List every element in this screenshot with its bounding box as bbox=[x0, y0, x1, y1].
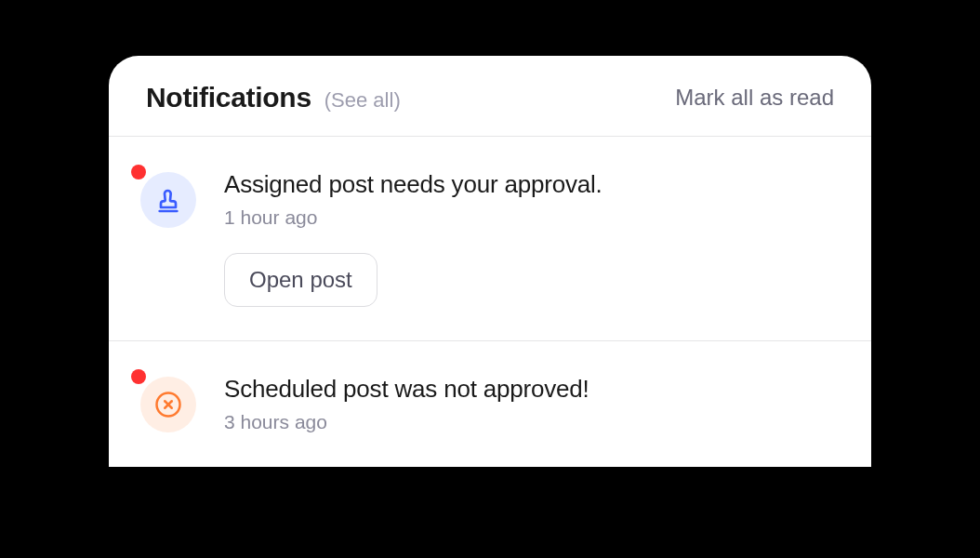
stamp-icon bbox=[140, 172, 196, 228]
notification-title: Assigned post needs your approval. bbox=[224, 170, 834, 199]
notifications-panel: Notifications (See all) Mark all as read… bbox=[109, 56, 871, 467]
see-all-link[interactable]: (See all) bbox=[324, 88, 401, 113]
notification-content: Scheduled post was not approved! 3 hours… bbox=[224, 375, 834, 433]
panel-header: Notifications (See all) Mark all as read bbox=[109, 56, 871, 137]
notification-time: 1 hour ago bbox=[224, 206, 834, 229]
mark-all-read-link[interactable]: Mark all as read bbox=[675, 85, 834, 111]
notification-item[interactable]: Assigned post needs your approval. 1 hou… bbox=[109, 137, 871, 341]
notification-icon-wrapper bbox=[140, 375, 196, 432]
unread-dot bbox=[131, 369, 146, 384]
header-left: Notifications (See all) bbox=[146, 82, 401, 113]
unread-dot bbox=[131, 165, 146, 179]
open-post-button[interactable]: Open post bbox=[224, 253, 377, 307]
notification-title: Scheduled post was not approved! bbox=[224, 375, 834, 404]
x-circle-icon bbox=[140, 377, 196, 432]
notification-time: 3 hours ago bbox=[224, 411, 834, 433]
notification-content: Assigned post needs your approval. 1 hou… bbox=[224, 170, 834, 307]
notification-icon-wrapper bbox=[140, 170, 196, 228]
notification-item[interactable]: Scheduled post was not approved! 3 hours… bbox=[109, 341, 871, 467]
page-title: Notifications bbox=[146, 82, 311, 113]
